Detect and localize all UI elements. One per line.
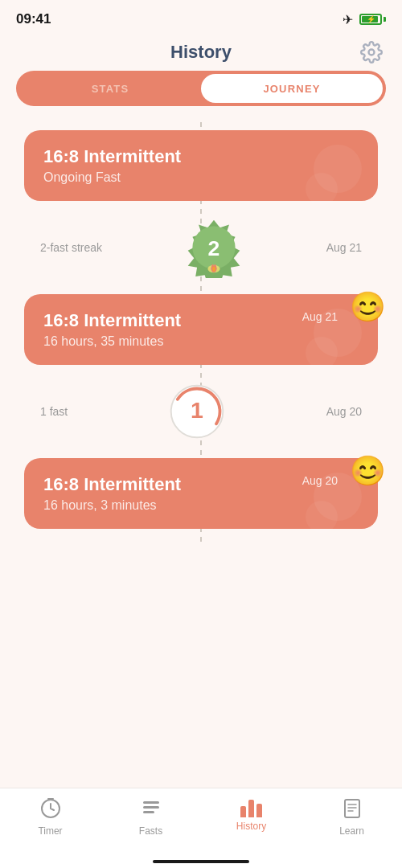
fast-card-aug20[interactable]: 16:8 Intermittent 16 hours, 3 minutes Au… — [24, 458, 378, 529]
fasts-icon — [140, 796, 162, 822]
timer-icon — [39, 796, 62, 822]
tab-switcher[interactable]: STATS JOURNEY — [16, 71, 386, 106]
settings-button[interactable] — [357, 38, 386, 67]
svg-rect-12 — [345, 800, 359, 817]
home-indicator — [153, 860, 249, 863]
status-icons: ✈ ⚡ — [343, 12, 386, 27]
nav-learn-label: Learn — [339, 825, 364, 837]
fast-card-ongoing[interactable]: 16:8 Intermittent Ongoing Fast — [24, 130, 378, 201]
status-time: 09:41 — [16, 11, 51, 27]
streak-date: Aug 21 — [326, 241, 362, 254]
bottom-nav: Timer Fasts History — [0, 788, 402, 868]
nav-item-fasts[interactable]: Fasts — [100, 796, 201, 837]
svg-text:2: 2 — [208, 236, 220, 260]
airplane-icon: ✈ — [343, 12, 353, 27]
nav-item-timer[interactable]: Timer — [0, 796, 100, 837]
nav-item-learn[interactable]: Learn — [302, 796, 402, 837]
learn-icon — [341, 796, 363, 822]
count-label: 1 fast — [40, 405, 68, 418]
count-date: Aug 20 — [326, 405, 362, 418]
status-bar: 09:41 ✈ ⚡ — [0, 0, 402, 35]
nav-item-history[interactable]: History — [201, 796, 302, 832]
svg-rect-9 — [143, 801, 159, 804]
streak-label: 2-fast streak — [40, 241, 102, 254]
svg-point-0 — [369, 50, 375, 55]
timeline: 16:8 Intermittent Ongoing Fast 2-fast st… — [24, 122, 378, 545]
nav-history-label: History — [236, 821, 266, 832]
tab-stats[interactable]: STATS — [19, 74, 201, 103]
fast-card-title: 16:8 Intermittent — [43, 146, 359, 167]
history-icon — [240, 796, 262, 817]
streak-badge-2: 2 — [182, 215, 246, 280]
nav-timer-label: Timer — [38, 825, 62, 837]
fast-card-aug21[interactable]: 16:8 Intermittent 16 hours, 35 minutes A… — [24, 294, 378, 365]
battery-icon: ⚡ — [359, 14, 386, 25]
header: History — [0, 35, 402, 71]
streak-row-1: 2-fast streak 2 — [24, 201, 378, 294]
nav-fasts-label: Fasts — [139, 825, 162, 837]
content-area: 16:8 Intermittent Ongoing Fast 2-fast st… — [0, 106, 402, 561]
count-badge-1: 1 — [165, 379, 229, 444]
svg-rect-10 — [143, 806, 159, 809]
svg-rect-11 — [143, 811, 154, 813]
streak-row-2: 1 fast 1 Aug 20 — [24, 365, 378, 458]
tab-journey[interactable]: JOURNEY — [201, 74, 383, 103]
svg-text:1: 1 — [191, 397, 203, 423]
page-title: History — [170, 42, 232, 63]
